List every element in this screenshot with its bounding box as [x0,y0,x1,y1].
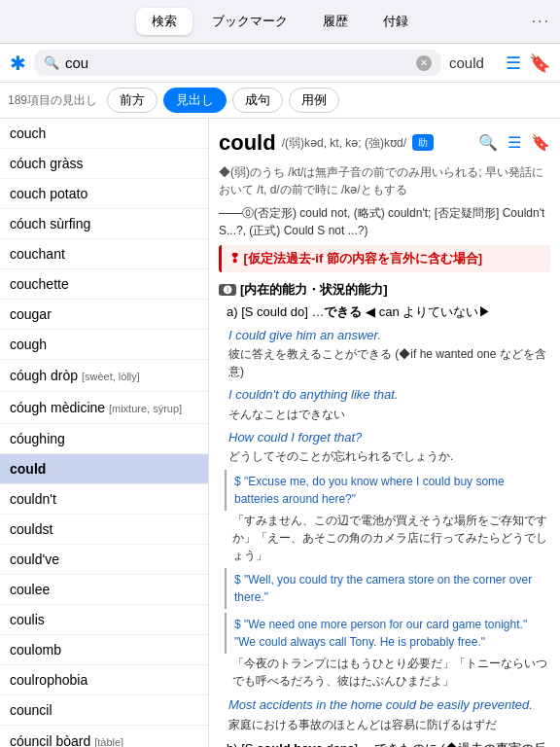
list-item[interactable]: couldn't [0,484,208,515]
example-1-jp: 彼に答えを教えることができる (◆if he wanted one などを含意) [219,345,550,380]
list-item[interactable]: coulee [0,575,208,605]
neg-line: ——⓪(否定形) could not, (略式) couldn't; [否定疑問… [219,204,550,239]
search-input[interactable] [65,54,410,71]
search-input-wrap: 🔍 ✕ [34,50,441,76]
list-item[interactable]: couldst [0,515,208,545]
list-item[interactable]: cóugh dròp [swèet, lòlly] [0,360,208,392]
result-count: 189項目の見出し [8,92,97,109]
main-content: couch cóuch gràss couch potato cóuch sùr… [0,119,560,747]
list-item[interactable]: could've [0,545,208,575]
bookmark-icon[interactable]: 🔖 [529,53,550,74]
subtab-example[interactable]: 用例 [289,88,339,113]
subsection-a-label: a) [S could do] …できる ◀ can よりていない▶ [219,302,550,322]
bookmark-detail-icon[interactable]: 🔖 [531,131,550,155]
tab-search[interactable]: 検索 [136,8,192,35]
list-item[interactable]: couch [0,119,208,149]
list-item[interactable]: couchette [0,269,208,300]
subtab-heading[interactable]: 見出し [163,88,227,113]
search-bar: ✱ 🔍 ✕ could ☰ 🔖 [0,44,560,83]
list-item[interactable]: cóughing [0,424,208,454]
list-item[interactable]: coulis [0,605,208,635]
list-item[interactable]: cóugh mèdicine [mixture, sýrup] [0,392,208,424]
search-glass-icon: 🔍 [44,55,59,70]
right-panel: could /(弱)kəd, kt, kə; (強)kʊd/ 助 🔍 ☰ 🔖 ◆… [209,119,560,747]
list-item[interactable]: coulrophobia [0,665,208,695]
search-clear-icon[interactable]: ✕ [416,55,432,71]
quote-3-jp: 「今夜のトランプにはもうひとり必要だ」「トニーならいつでも呼べるだろう、彼はたぶ… [219,655,550,690]
list-item[interactable]: council [0,695,208,726]
list-item-could[interactable]: could [0,454,208,484]
list-view-icon[interactable]: ☰ [508,131,521,155]
list-item[interactable]: cóuch gràss [0,149,208,179]
example-2-jp: そんなことはできない [219,406,550,423]
list-item[interactable]: cóuch sùrfing [0,209,208,239]
list-item[interactable]: couch potato [0,179,208,209]
top-nav: 検索 ブックマーク 履歴 付録 ··· [0,0,560,44]
example-2-en: I couldn't do anything like that. [219,385,550,405]
quote-3: $ "We need one more person for our card … [225,613,544,654]
sub-tabs-bar: 189項目の見出し 前方 見出し 成句 用例 [0,83,560,119]
list-item[interactable]: cough [0,330,208,360]
list-item[interactable]: cóuncil bòard [tàble] [0,726,208,747]
word-header: could /(弱)kəd, kt, kə; (強)kʊd/ 助 🔍 ☰ 🔖 [219,126,550,159]
tab-bookmark[interactable]: ブックマーク [196,8,303,35]
quote-1: $ "Excuse me, do you know where I could … [225,470,550,511]
quote-1-jp: 「すみません、この辺で電池が買えそうな場所をご存知ですか」「えー、あそこの角のカ… [219,512,550,564]
quote-2: $ "Well, you could try the camera store … [225,568,550,609]
word-badge: 助 [412,134,434,151]
example-most-en: Most accidents in the home could be easi… [219,695,550,715]
list-item[interactable]: cougar [0,300,208,330]
sidebar: couch cóuch gràss couch potato cóuch sùr… [0,119,209,747]
tab-history[interactable]: 履歴 [307,8,364,35]
search-detail-icon[interactable]: 🔍 [478,131,498,155]
example-1-en: I could give him an answer. [219,326,550,345]
list-item[interactable]: couchant [0,239,208,269]
subtab-forward[interactable]: 前方 [107,88,158,113]
example-3-jp: どうしてそのことが忘れられるでしょうか. [219,447,550,465]
example-most-jp: 家庭における事故のほとんどは容易に防げるはずだ [219,716,550,733]
subtab-phrase[interactable]: 成句 [232,88,283,113]
more-icon[interactable]: ··· [532,13,550,30]
example-3-en: How could I forget that? [219,428,550,447]
back-star-icon[interactable]: ✱ [10,52,26,75]
section-1-title: ❶[内在的能力・状況的能力] [219,280,550,300]
warning-box: ❢ [仮定法過去-if 節の内容を言外に含む場合] [219,245,550,272]
phonetic-note: ◆(弱)のうち /kt/は無声子音の前でのみ用いられる; 早い発話において /t… [219,163,550,198]
tab-appendix[interactable]: 付録 [368,8,424,35]
subsection-b-label: b) [S could have done] …できたのに (◆過去の事実の反対… [219,739,550,748]
search-result-word: could [449,54,498,71]
word-title: could [219,126,276,159]
phonetic: /(弱)kəd, kt, kə; (強)kʊd/ [282,134,406,152]
list-item[interactable]: coulomb [0,635,208,665]
search-options-icon[interactable]: ☰ [506,53,521,74]
